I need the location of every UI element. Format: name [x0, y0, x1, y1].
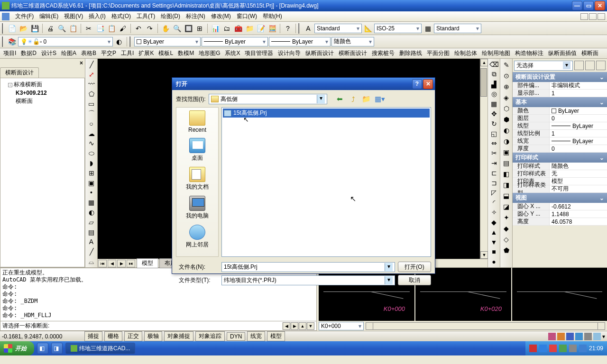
menu-file[interactable]: 文件(F)	[12, 11, 37, 21]
insert-icon[interactable]: ⊞	[86, 168, 97, 178]
tab-cross-section[interactable]: 横断面设计	[0, 67, 39, 78]
ct4-icon[interactable]: ◈	[501, 92, 512, 103]
extend-icon[interactable]: ⇥	[489, 158, 499, 168]
tray-misc-icon[interactable]	[579, 345, 587, 352]
cut-icon[interactable]: ✂	[83, 23, 94, 34]
break-icon[interactable]: ⊏	[489, 168, 499, 178]
menu-modify[interactable]: 修改(M)	[208, 11, 234, 21]
region-icon[interactable]: ▱	[86, 218, 97, 227]
cmd-delete[interactable]: 删除路线	[397, 48, 424, 58]
up-icon[interactable]: ⤴	[348, 94, 359, 104]
open-button[interactable]: 打开(O)	[398, 262, 431, 272]
ct5-icon[interactable]: ⬡	[501, 103, 512, 114]
place-network[interactable]: 网上邻居	[186, 225, 209, 249]
tray-ime-icon[interactable]	[539, 345, 547, 352]
minimize-button[interactable]: —	[572, 1, 582, 10]
ct9-icon[interactable]: ▣	[501, 147, 512, 157]
cmd-profile[interactable]: 纵断面设计	[303, 48, 336, 58]
gradient-icon[interactable]: ◐	[86, 208, 97, 217]
mode-polar[interactable]: 极轴	[144, 331, 162, 341]
station-combo[interactable]: K0+000▾	[319, 322, 364, 330]
pickadd-icon[interactable]	[585, 61, 595, 70]
command-input[interactable]: 请选择一标准断面: ◀ ▶ ▲ ▼	[0, 321, 317, 331]
cmd-template[interactable]: 模板L	[156, 48, 175, 58]
revcloud-icon[interactable]: ☁	[86, 129, 97, 138]
chamfer-icon[interactable]: ◸	[489, 188, 499, 198]
mode-otrack[interactable]: 对象追踪	[195, 331, 225, 341]
filename-input[interactable]: 15t高低侧.Prj▾	[221, 262, 395, 272]
quickselect-icon[interactable]	[574, 61, 584, 70]
publish-icon[interactable]: 📋	[68, 23, 78, 34]
pline-icon[interactable]: 〰	[86, 80, 97, 89]
tree-cross[interactable]: 横断面	[2, 97, 83, 106]
rect-icon[interactable]: ▭	[86, 99, 97, 109]
sheetset-icon[interactable]: 📁	[244, 23, 255, 34]
new-icon[interactable]: 📄	[7, 23, 17, 34]
pan-icon[interactable]: ✋	[160, 23, 171, 34]
task-app[interactable]: 纬地三维道路CAD...	[65, 343, 135, 354]
toolbar-grip[interactable]	[129, 36, 132, 47]
tray-icon-3[interactable]	[566, 333, 574, 340]
tray-expand-icon[interactable]: ▾	[602, 333, 605, 340]
ct11-icon[interactable]: ◧	[501, 169, 512, 179]
selection-combo[interactable]: 无选择▾	[514, 61, 573, 71]
move-icon[interactable]: ✥	[489, 109, 499, 118]
dialog-close-button[interactable]: ✕	[423, 79, 433, 89]
cmd-draw[interactable]: 绘图A	[59, 48, 79, 58]
hatch-icon[interactable]: ▦	[86, 198, 97, 207]
ct3-icon[interactable]: ⊕	[501, 82, 512, 92]
menu-help[interactable]: 帮助(H)	[260, 11, 285, 21]
viewmenu-icon[interactable]: ▦▾	[375, 94, 385, 104]
cmd-table[interactable]: 表格B	[79, 48, 99, 58]
tray-sogou-icon[interactable]	[529, 345, 537, 352]
matchprop-icon[interactable]: 🖌	[118, 23, 128, 34]
help-icon[interactable]: ?	[283, 23, 293, 34]
cmd-extend[interactable]: 扩展K	[136, 48, 156, 58]
station-scrollbar[interactable]	[366, 322, 605, 330]
tab-nav-next[interactable]: ▶	[117, 260, 126, 267]
zoom-prev-icon[interactable]: ⊞	[194, 23, 205, 34]
markup-icon[interactable]: 📝	[256, 23, 266, 34]
tray-vol-icon[interactable]	[569, 345, 577, 352]
tree-station[interactable]: K3+009.212	[2, 89, 83, 97]
ct10-icon[interactable]: ▤	[501, 158, 512, 168]
mdi-close[interactable]	[598, 13, 605, 20]
cmd-scroll-left[interactable]: ◀	[283, 322, 290, 330]
line-icon[interactable]: ╱	[86, 60, 97, 69]
mode-ortho[interactable]: 正交	[124, 331, 142, 341]
place-desktop[interactable]: 桌面	[189, 138, 205, 162]
join-icon[interactable]: ⊐	[489, 178, 499, 188]
prop-section-basic[interactable]: 基本⌄	[513, 97, 607, 107]
menu-draw[interactable]: 绘图(D)	[158, 11, 183, 21]
tool19-icon[interactable]: ▼	[489, 237, 499, 247]
cmd-scroll-up[interactable]: ▲	[299, 322, 306, 330]
cmd-interp[interactable]: 纵断面插值	[546, 48, 579, 58]
zoom-window-icon[interactable]: 🔲	[183, 23, 193, 34]
copy2-icon[interactable]: ⧉	[489, 70, 499, 79]
cmd-wizard[interactable]: 设计向导	[276, 48, 303, 58]
zoom-realtime-icon[interactable]: 🔍	[172, 23, 182, 34]
tray-av-icon[interactable]	[549, 345, 557, 352]
cmd-landmap[interactable]: 绘制用地图	[479, 48, 513, 58]
tab-nav-last[interactable]: ⏭	[127, 260, 135, 267]
file-list[interactable]: 15t高低侧.Prj	[221, 107, 431, 257]
plotstyle-combo[interactable]: 随颜色▾	[331, 37, 374, 46]
cmd-design[interactable]: 设计S	[39, 48, 59, 58]
ct7-icon[interactable]: ◐	[501, 125, 512, 136]
scale-icon[interactable]: ◱	[489, 129, 499, 138]
close-button[interactable]: ✕	[595, 1, 605, 10]
ct14-icon[interactable]: ◪	[501, 201, 512, 212]
textstyle-icon[interactable]: A	[303, 23, 313, 34]
ct18-icon[interactable]: ⬟	[501, 245, 512, 255]
place-computer[interactable]: 我的电脑	[186, 196, 209, 220]
ct12-icon[interactable]: ◨	[501, 180, 512, 190]
cmd-struct[interactable]: 构造物标注	[513, 48, 546, 58]
clock[interactable]: 21:09	[589, 345, 603, 352]
ct15-icon[interactable]: ✦	[501, 212, 512, 223]
prop-section-cross[interactable]: 横断面设计设置⌄	[513, 72, 607, 82]
mode-lwt[interactable]: 线宽	[247, 331, 265, 341]
toolpalettes-icon[interactable]: 🧰	[233, 23, 243, 34]
ct16-icon[interactable]: ◆	[501, 223, 512, 234]
tool21-icon[interactable]: ●	[489, 257, 499, 266]
table-icon[interactable]: ▤	[86, 228, 97, 237]
